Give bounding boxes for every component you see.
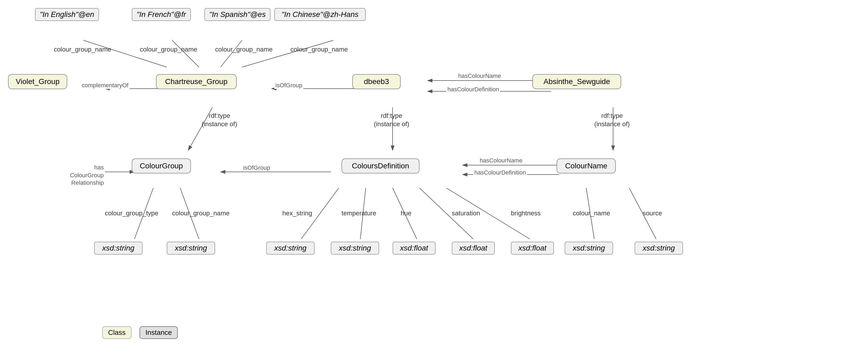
has-cg-rel-label: hasColourGroupRelationship xyxy=(40,164,105,187)
literal-es: "In Spanish"@es xyxy=(204,8,271,21)
cg-name-prop-label: colour_group_name xyxy=(172,209,229,217)
hascolourdefinition1-label: hasColourDefinition xyxy=(446,86,500,93)
xsd-float-1: xsd:float xyxy=(393,242,436,255)
xsd-string-2: xsd:string xyxy=(167,242,215,255)
saturation-prop-label: saturation xyxy=(452,209,480,217)
rdftype1-label: rdf:type(instance of) xyxy=(202,111,237,128)
legend: Class Instance xyxy=(102,326,178,339)
xsd-string-5: xsd:string xyxy=(565,242,613,255)
chartreuse-group-node: Chartreuse_Group xyxy=(156,74,237,89)
colours-definition-node: ColoursDefinition xyxy=(341,158,420,174)
isofgroup2-label: isOfGroup xyxy=(242,164,271,171)
hascolourdefinition2-label: hasColourDefinition xyxy=(473,169,527,176)
xsd-float-2: xsd:float xyxy=(452,242,495,255)
hascolourname1-label: hasColourName xyxy=(457,72,502,79)
cgn-label-1: colour_group_name xyxy=(54,46,111,53)
brightness-prop-label: brightness xyxy=(511,209,541,217)
xsd-string-1: xsd:string xyxy=(94,242,143,255)
xsd-string-6: xsd:string xyxy=(634,242,683,255)
cgn-label-2: colour_group_name xyxy=(140,46,197,53)
xsd-string-4: xsd:string xyxy=(331,242,379,255)
rdftype3-label: rdf:type(instance of) xyxy=(594,111,630,128)
xsd-string-3: xsd:string xyxy=(266,242,315,255)
hex-string-prop-label: hex_string xyxy=(282,209,312,217)
colour-name-node: ColourName xyxy=(557,158,616,174)
svg-line-4 xyxy=(220,40,242,67)
rdftype2-label: rdf:type(instance of) xyxy=(374,111,409,128)
literal-zh: "In Chinese"@zh-Hans xyxy=(274,8,366,21)
xsd-float-3: xsd:float xyxy=(511,242,554,255)
literal-en: "In English"@en xyxy=(35,8,99,21)
complementaryof-label: complementaryOf xyxy=(81,82,130,89)
cg-type-prop-label: colour_group_type xyxy=(105,209,158,217)
dbeeb3-node: dbeeb3 xyxy=(352,74,401,89)
hascolourname2-label: hasColourName xyxy=(478,157,524,164)
literal-fr: "In French"@fr xyxy=(132,8,191,21)
colour-group-node: ColourGroup xyxy=(132,158,191,174)
legend-class: Class xyxy=(102,326,131,339)
temperature-prop-label: temperature xyxy=(341,209,376,217)
violet-group-node: Violet_Group xyxy=(8,74,67,89)
colour-name-prop-label: colour_name xyxy=(573,209,610,217)
cgn-label-4: colour_group_name xyxy=(290,46,348,53)
isofgroup1-label: isOfGroup xyxy=(274,82,303,89)
source-prop-label: source xyxy=(643,209,662,217)
cgn-label-3: colour_group_name xyxy=(215,46,272,53)
svg-line-5 xyxy=(242,40,334,67)
legend-instance: Instance xyxy=(140,326,178,339)
hue-prop-label: hue xyxy=(401,209,411,217)
svg-line-3 xyxy=(172,40,199,67)
svg-line-2 xyxy=(83,40,167,67)
absinthe-sewguide-node: Absinthe_Sewguide xyxy=(532,74,621,89)
